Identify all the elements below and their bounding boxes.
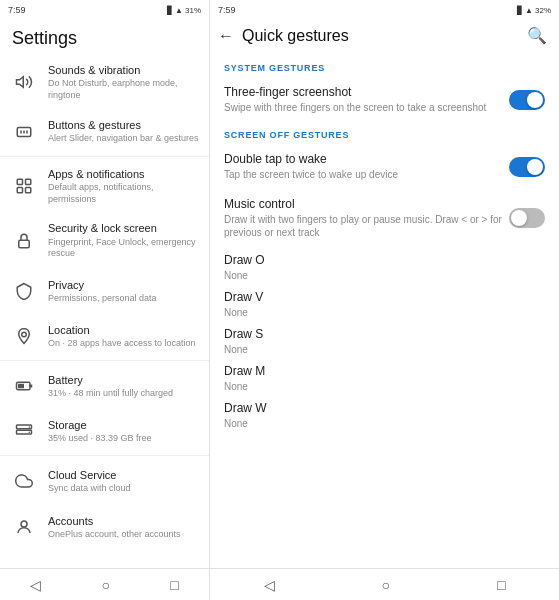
- double-tap-toggle[interactable]: [509, 157, 545, 177]
- wifi-icon: ▲: [175, 6, 183, 15]
- left-nav-bar: ◁ ○ □: [0, 568, 209, 600]
- gesture-item-music[interactable]: Music control Draw it with two fingers t…: [210, 189, 559, 247]
- three-finger-subtitle: Swipe with three fingers on the screen t…: [224, 101, 509, 114]
- three-finger-toggle[interactable]: [509, 90, 545, 110]
- location-subtitle: On · 28 apps have access to location: [48, 338, 199, 350]
- gesture-item-draw-v[interactable]: Draw V None: [210, 284, 559, 321]
- settings-item-security[interactable]: Security & lock screen Fingerprint, Face…: [0, 213, 209, 268]
- double-tap-title: Double tap to wake: [224, 152, 509, 166]
- battery-title: Battery: [48, 373, 199, 387]
- privacy-icon: [10, 277, 38, 305]
- gesture-item-draw-s[interactable]: Draw S None: [210, 321, 559, 358]
- location-text: Location On · 28 apps have access to loc…: [48, 323, 199, 350]
- draw-w-title: Draw W: [224, 401, 545, 415]
- security-title: Security & lock screen: [48, 221, 199, 235]
- double-tap-text: Double tap to wake Tap the screen twice …: [224, 152, 509, 181]
- privacy-text: Privacy Permissions, personal data: [48, 278, 199, 305]
- storage-icon: [10, 417, 38, 445]
- right-nav-bar: ◁ ○ □: [210, 568, 559, 600]
- battery-text: 31%: [185, 6, 201, 15]
- location-title: Location: [48, 323, 199, 337]
- security-subtitle: Fingerprint, Face Unlock, emergency resc…: [48, 237, 199, 260]
- left-panel: 7:59 ▊ ▲ 31% Settings Sounds & vibration…: [0, 0, 210, 600]
- settings-item-battery[interactable]: Battery 31% · 48 min until fully charged: [0, 363, 209, 409]
- svg-rect-8: [19, 240, 30, 248]
- right-header: ← Quick gestures 🔍: [210, 20, 559, 51]
- music-title: Music control: [224, 197, 509, 211]
- right-recent-nav-icon[interactable]: □: [497, 577, 505, 593]
- search-icon[interactable]: 🔍: [527, 26, 547, 45]
- svg-rect-6: [17, 188, 22, 193]
- left-status-icons: ▊ ▲ 31%: [167, 6, 201, 15]
- draw-v-subtitle: None: [224, 306, 545, 319]
- svg-rect-7: [26, 188, 31, 193]
- back-nav-icon[interactable]: ◁: [30, 577, 41, 593]
- sounds-subtitle: Do Not Disturb, earphone mode, ringtone: [48, 78, 199, 101]
- privacy-subtitle: Permissions, personal data: [48, 293, 199, 305]
- gesture-item-draw-m[interactable]: Draw M None: [210, 358, 559, 395]
- apps-icon: [10, 172, 38, 200]
- music-toggle-knob: [511, 210, 527, 226]
- svg-rect-4: [17, 179, 22, 184]
- storage-title: Storage: [48, 418, 199, 432]
- music-subtitle: Draw it with two fingers to play or paus…: [224, 213, 509, 239]
- three-finger-text: Three-finger screenshot Swipe with three…: [224, 85, 509, 114]
- settings-item-privacy[interactable]: Privacy Permissions, personal data: [0, 268, 209, 314]
- cloud-title: Cloud Service: [48, 468, 199, 482]
- battery-text: Battery 31% · 48 min until fully charged: [48, 373, 199, 400]
- buttons-subtitle: Alert Slider, navigation bar & gestures: [48, 133, 199, 145]
- svg-point-9: [22, 332, 27, 337]
- security-text: Security & lock screen Fingerprint, Face…: [48, 221, 199, 260]
- accounts-icon: [10, 513, 38, 541]
- accounts-text: Accounts OnePlus account, other accounts: [48, 514, 199, 541]
- screen-off-gestures-label: SCREEN OFF GESTURES: [210, 122, 559, 144]
- recent-nav-icon[interactable]: □: [170, 577, 178, 593]
- draw-o-title: Draw O: [224, 253, 545, 267]
- svg-point-15: [29, 431, 31, 433]
- draw-s-title: Draw S: [224, 327, 545, 341]
- right-title: Quick gestures: [242, 27, 349, 45]
- draw-o-subtitle: None: [224, 269, 545, 282]
- draw-v-title: Draw V: [224, 290, 545, 304]
- settings-item-cloud[interactable]: Cloud Service Sync data with cloud: [0, 458, 209, 504]
- buttons-icon: [10, 118, 38, 146]
- storage-text: Storage 35% used · 83.39 GB free: [48, 418, 199, 445]
- double-tap-subtitle: Tap the screen twice to wake up device: [224, 168, 509, 181]
- settings-item-buttons[interactable]: Buttons & gestures Alert Slider, navigat…: [0, 110, 209, 157]
- right-status-icons: ▊ ▲ 32%: [517, 6, 551, 15]
- settings-item-accounts[interactable]: Accounts OnePlus account, other accounts: [0, 504, 209, 550]
- music-toggle[interactable]: [509, 208, 545, 228]
- three-finger-title: Three-finger screenshot: [224, 85, 509, 99]
- settings-item-apps[interactable]: Apps & notifications Default apps, notif…: [0, 159, 209, 214]
- location-icon: [10, 322, 38, 350]
- gesture-item-draw-o[interactable]: Draw O None: [210, 247, 559, 284]
- three-finger-toggle-knob: [527, 92, 543, 108]
- right-battery-text: 32%: [535, 6, 551, 15]
- right-time: 7:59: [218, 5, 236, 15]
- security-icon: [10, 227, 38, 255]
- gesture-item-draw-w[interactable]: Draw W None: [210, 395, 559, 432]
- buttons-text: Buttons & gestures Alert Slider, navigat…: [48, 118, 199, 145]
- system-gestures-label: SYSTEM GESTURES: [210, 55, 559, 77]
- right-home-nav-icon[interactable]: ○: [382, 577, 390, 593]
- gesture-item-three-finger[interactable]: Three-finger screenshot Swipe with three…: [210, 77, 559, 122]
- right-header-left: ← Quick gestures: [218, 27, 349, 45]
- back-icon[interactable]: ←: [218, 27, 234, 45]
- right-wifi-icon: ▲: [525, 6, 533, 15]
- cloud-icon: [10, 467, 38, 495]
- accounts-title: Accounts: [48, 514, 199, 528]
- draw-s-subtitle: None: [224, 343, 545, 356]
- home-nav-icon[interactable]: ○: [102, 577, 110, 593]
- storage-subtitle: 35% used · 83.39 GB free: [48, 433, 199, 445]
- signal-icon: ▊: [167, 6, 173, 15]
- gestures-content: SYSTEM GESTURES Three-finger screenshot …: [210, 51, 559, 568]
- draw-m-title: Draw M: [224, 364, 545, 378]
- settings-item-sounds[interactable]: Sounds & vibration Do Not Disturb, earph…: [0, 55, 209, 110]
- apps-text: Apps & notifications Default apps, notif…: [48, 167, 199, 206]
- gesture-item-double-tap[interactable]: Double tap to wake Tap the screen twice …: [210, 144, 559, 189]
- draw-m-subtitle: None: [224, 380, 545, 393]
- settings-item-location[interactable]: Location On · 28 apps have access to loc…: [0, 314, 209, 361]
- settings-item-storage[interactable]: Storage 35% used · 83.39 GB free: [0, 409, 209, 456]
- sounds-text: Sounds & vibration Do Not Disturb, earph…: [48, 63, 199, 102]
- right-back-nav-icon[interactable]: ◁: [264, 577, 275, 593]
